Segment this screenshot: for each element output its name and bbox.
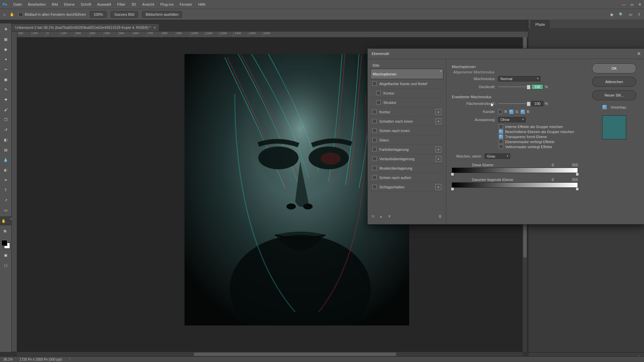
add-effect-icon[interactable]: +: [435, 109, 441, 115]
move-up-icon[interactable]: ▲: [379, 214, 383, 218]
window-close-icon[interactable]: ✕: [638, 2, 641, 7]
preview-checkbox[interactable]: Vorschau: [602, 105, 626, 109]
style-checkbox[interactable]: [372, 175, 377, 180]
blend-mode-select[interactable]: Normal: [498, 76, 540, 81]
style-row-3[interactable]: Struktur: [370, 98, 443, 107]
underlying-layer-gradient[interactable]: [452, 182, 578, 188]
style-checkbox[interactable]: [372, 138, 377, 142]
style-row-1[interactable]: Abgeflachte Kante und Relief: [370, 79, 443, 88]
style-checkbox[interactable]: [376, 100, 381, 105]
add-effect-icon[interactable]: +: [435, 156, 441, 162]
menu-bild[interactable]: Bild: [52, 2, 58, 6]
opacity-slider[interactable]: [498, 85, 530, 89]
style-row-9[interactable]: Verlaufsüberlagerung+: [370, 154, 443, 164]
cancel-button[interactable]: Abbrechen: [592, 77, 636, 87]
adv-checkbox[interactable]: [499, 139, 503, 144]
screenmode-icon[interactable]: ▢: [2, 261, 9, 269]
style-checkbox[interactable]: [372, 157, 377, 161]
style-checkbox[interactable]: [372, 166, 377, 170]
menu-hilfe[interactable]: Hilfe: [198, 2, 206, 6]
style-checkbox[interactable]: [372, 185, 377, 189]
adv-option-4[interactable]: Vektormaske verbirgt Effekte: [499, 144, 578, 149]
style-row-0[interactable]: Mischoptionen: [370, 69, 443, 79]
add-effect-icon[interactable]: +: [435, 118, 441, 124]
blendif-select[interactable]: Grau: [485, 154, 510, 159]
zoom-tool-icon[interactable]: 🔍: [2, 228, 9, 235]
fill-screen-button[interactable]: Bildschirm ausfüllen: [142, 11, 182, 18]
menu-bearbeiten[interactable]: Bearbeiten: [28, 2, 46, 6]
zoom-100-button[interactable]: 100%: [90, 11, 107, 18]
menu-schrift[interactable]: Schrift: [81, 2, 91, 6]
style-row-6[interactable]: Schein nach innen: [370, 126, 443, 135]
document-tab[interactable]: Unbenannt-2 bei 38,1% (bad7ba82c60283ba0…: [11, 23, 159, 32]
wand-tool-icon[interactable]: ✦: [2, 56, 9, 63]
style-checkbox[interactable]: [372, 119, 377, 123]
dialog-titlebar[interactable]: Ebenenstil ✕: [368, 49, 644, 59]
close-icon[interactable]: ✕: [637, 51, 641, 56]
style-row-12[interactable]: Schlagschatten+: [370, 182, 443, 192]
blur-tool-icon[interactable]: 💧: [2, 156, 9, 164]
style-row-11[interactable]: Schein nach außen: [370, 173, 443, 182]
stamp-tool-icon[interactable]: ❒: [2, 116, 9, 123]
brush-tool-icon[interactable]: 🖌: [2, 106, 9, 113]
fit-screen-button[interactable]: Ganzes Bild: [111, 11, 138, 18]
adv-checkbox[interactable]: [499, 144, 503, 149]
share-icon[interactable]: ⇧: [638, 12, 641, 17]
close-tab-icon[interactable]: ×: [154, 25, 156, 29]
home-icon[interactable]: ⌂: [3, 12, 6, 16]
foreground-background-swatch[interactable]: [1, 240, 10, 249]
channel-g-checkbox[interactable]: [509, 110, 514, 114]
channel-b-checkbox[interactable]: [521, 110, 525, 114]
ok-button[interactable]: OK: [592, 63, 636, 73]
zoom-readout[interactable]: 38,1%: [3, 358, 13, 361]
style-row-7[interactable]: Glanz: [370, 135, 443, 145]
marquee-tool-icon[interactable]: ▦: [2, 36, 9, 43]
style-row-4[interactable]: Kontur+: [370, 107, 443, 117]
quickmask-icon[interactable]: ▣: [2, 251, 9, 259]
cloud-icon[interactable]: ◉: [610, 12, 613, 17]
workspace-icon[interactable]: ▭: [629, 12, 632, 17]
adv-checkbox[interactable]: [499, 124, 503, 129]
window-minimize-icon[interactable]: —: [622, 2, 626, 7]
type-tool-icon[interactable]: T: [2, 186, 9, 194]
adv-option-2[interactable]: Transparenz formt Ebene: [499, 134, 578, 139]
adv-checkbox[interactable]: [499, 134, 503, 139]
style-row-10[interactable]: Musterüberlagerung: [370, 164, 443, 173]
delete-style-icon[interactable]: 🗑: [438, 214, 442, 218]
lasso-tool-icon[interactable]: ◉: [2, 46, 9, 53]
search-icon[interactable]: 🔍: [619, 12, 624, 17]
adv-option-3[interactable]: Ebenenmaske verbirgt Effekte: [499, 139, 578, 144]
crop-tool-icon[interactable]: ✂: [2, 66, 9, 73]
fx-icon[interactable]: fx: [372, 214, 375, 218]
opacity-input[interactable]: 100: [531, 84, 543, 89]
menu-filter[interactable]: Filter: [117, 2, 125, 6]
status-chevron-icon[interactable]: 〉: [69, 357, 72, 362]
dodge-tool-icon[interactable]: ◐: [2, 166, 9, 174]
menu-ansicht[interactable]: Ansicht: [142, 2, 154, 6]
window-restore-icon[interactable]: ▭: [630, 2, 634, 7]
pen-tool-icon[interactable]: ✒: [2, 176, 9, 184]
history-brush-icon[interactable]: ↺: [2, 126, 9, 133]
menu-3d[interactable]: 3D: [131, 2, 136, 6]
style-checkbox[interactable]: [372, 147, 377, 152]
knockout-select[interactable]: Ohne: [498, 117, 526, 122]
adv-option-0[interactable]: Interne Effekte als Gruppe mischen: [499, 124, 578, 129]
add-effect-icon[interactable]: +: [435, 146, 441, 153]
move-tool-icon[interactable]: ✥: [2, 25, 9, 33]
style-checkbox[interactable]: [372, 110, 377, 114]
eraser-tool-icon[interactable]: ◧: [2, 136, 9, 143]
path-tool-icon[interactable]: ↗: [2, 196, 9, 204]
tab-pfade[interactable]: Pfade: [531, 20, 549, 28]
frame-tool-icon[interactable]: ▣: [2, 76, 9, 83]
scroll-all-windows-checkbox[interactable]: Bildlauf in allen Fenstern durchführen: [18, 12, 86, 17]
menu-fenster[interactable]: Fenster: [180, 2, 192, 6]
adv-checkbox[interactable]: [499, 129, 503, 134]
menu-auswahl[interactable]: Auswahl: [97, 2, 111, 6]
shape-tool-icon[interactable]: ▭: [2, 206, 9, 214]
eyedropper-tool-icon[interactable]: ✎: [2, 86, 9, 93]
fill-opacity-input[interactable]: 100: [531, 101, 543, 106]
fill-opacity-slider[interactable]: [498, 102, 530, 106]
style-checkbox[interactable]: [372, 81, 377, 86]
this-layer-gradient[interactable]: [452, 168, 578, 173]
style-row-5[interactable]: Schatten nach innen+: [370, 117, 443, 126]
